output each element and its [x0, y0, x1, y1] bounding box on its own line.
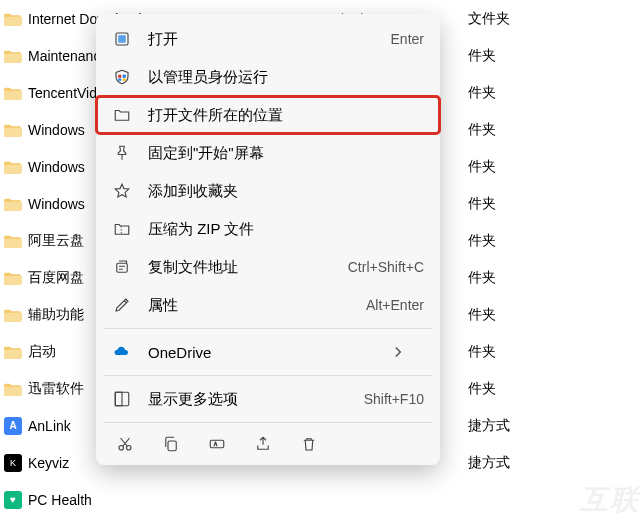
app-icon: A [4, 417, 22, 435]
folder-icon [4, 197, 22, 211]
folder-icon [4, 308, 22, 322]
ctx-label: 打开 [148, 30, 391, 49]
ctx-onedrive-label: OneDrive [148, 344, 388, 361]
svg-rect-6 [117, 263, 128, 272]
file-type: 件夹 [468, 84, 496, 102]
ctx-item[interactable]: 打开Enter [96, 20, 440, 58]
ctx-label: 打开文件所在的位置 [148, 106, 424, 125]
file-type: 件夹 [468, 47, 496, 65]
svg-rect-5 [123, 79, 126, 81]
ctx-more-options-accel: Shift+F10 [364, 391, 424, 407]
ctx-item[interactable]: 打开文件所在的位置 [96, 96, 440, 134]
ctx-more-options-label: 显示更多选项 [148, 390, 364, 409]
file-type: 文件夹 [468, 10, 510, 28]
app-icon: K [4, 454, 22, 472]
ctx-item[interactable]: 复制文件地址Ctrl+Shift+C [96, 248, 440, 286]
folder-icon [4, 86, 22, 100]
ctx-accel: Ctrl+Shift+C [348, 259, 424, 275]
folder-open-icon [112, 105, 132, 125]
file-type: 件夹 [468, 343, 496, 361]
admin-icon [112, 67, 132, 87]
ctx-item[interactable]: 压缩为 ZIP 文件 [96, 210, 440, 248]
ctx-onedrive[interactable]: OneDrive [96, 333, 440, 371]
separator [104, 375, 432, 376]
onedrive-icon [112, 342, 132, 362]
folder-icon [4, 271, 22, 285]
pin-icon [112, 143, 132, 163]
file-type: 件夹 [468, 232, 496, 250]
ctx-accel: Enter [391, 31, 424, 47]
folder-icon [4, 160, 22, 174]
file-type: 件夹 [468, 306, 496, 324]
ctx-label: 属性 [148, 296, 366, 315]
rename-icon[interactable] [208, 435, 226, 453]
svg-rect-12 [210, 440, 224, 448]
properties-icon [112, 295, 132, 315]
ctx-label: 以管理员身份运行 [148, 68, 424, 87]
context-menu: 打开Enter以管理员身份运行打开文件所在的位置固定到"开始"屏幕添加到收藏夹压… [96, 14, 440, 465]
delete-icon[interactable] [300, 435, 318, 453]
chevron-right-icon [388, 342, 408, 362]
open-icon [112, 29, 132, 49]
file-type: 件夹 [468, 158, 496, 176]
copy-path-icon [112, 257, 132, 277]
ctx-label: 复制文件地址 [148, 258, 348, 277]
folder-icon [4, 382, 22, 396]
svg-rect-2 [118, 75, 121, 78]
cut-icon[interactable] [116, 435, 134, 453]
file-row[interactable]: ♥PC Health [0, 481, 640, 518]
folder-icon [4, 12, 22, 26]
svg-rect-4 [118, 79, 121, 81]
separator [104, 328, 432, 329]
ctx-label: 添加到收藏夹 [148, 182, 424, 201]
svg-rect-1 [118, 35, 126, 43]
folder-icon [4, 234, 22, 248]
more-options-icon [112, 389, 132, 409]
ctx-item[interactable]: 以管理员身份运行 [96, 58, 440, 96]
svg-rect-11 [168, 441, 176, 451]
file-type: 件夹 [468, 121, 496, 139]
file-name: PC Health [28, 492, 308, 508]
ctx-label: 压缩为 ZIP 文件 [148, 220, 424, 239]
ctx-item[interactable]: 属性Alt+Enter [96, 286, 440, 324]
svg-rect-8 [115, 392, 122, 406]
svg-rect-3 [123, 75, 126, 78]
share-icon[interactable] [254, 435, 272, 453]
folder-icon [4, 345, 22, 359]
ctx-item[interactable]: 添加到收藏夹 [96, 172, 440, 210]
star-icon [112, 181, 132, 201]
file-type: 件夹 [468, 195, 496, 213]
ctx-footer [96, 427, 440, 459]
zip-icon [112, 219, 132, 239]
context-menu-items: 打开Enter以管理员身份运行打开文件所在的位置固定到"开始"屏幕添加到收藏夹压… [96, 20, 440, 324]
folder-icon [4, 123, 22, 137]
ctx-more-options[interactable]: 显示更多选项 Shift+F10 [96, 380, 440, 418]
folder-icon [4, 49, 22, 63]
file-type: 捷方式 [468, 454, 510, 472]
ctx-label: 固定到"开始"屏幕 [148, 144, 424, 163]
copy-icon[interactable] [162, 435, 180, 453]
separator [104, 422, 432, 423]
ctx-item[interactable]: 固定到"开始"屏幕 [96, 134, 440, 172]
file-type: 件夹 [468, 269, 496, 287]
app-icon: ♥ [4, 491, 22, 509]
ctx-accel: Alt+Enter [366, 297, 424, 313]
file-type: 件夹 [468, 380, 496, 398]
file-type: 捷方式 [468, 417, 510, 435]
